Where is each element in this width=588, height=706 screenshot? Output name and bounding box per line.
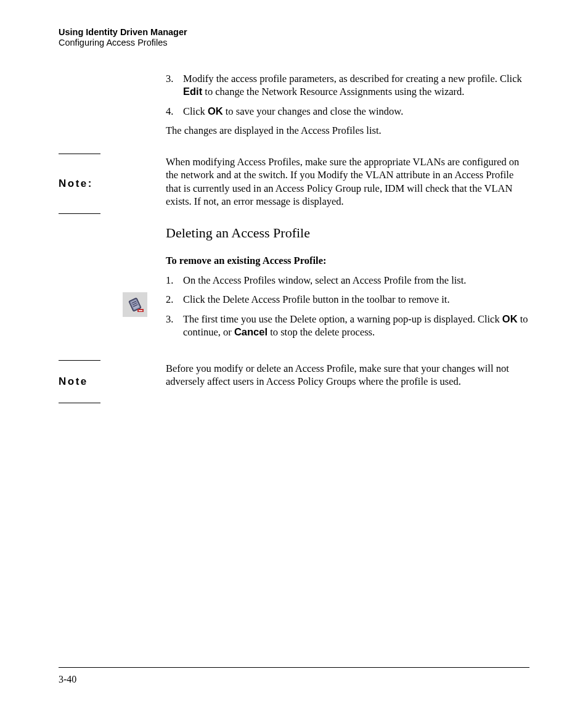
note-block-1: Note: When modifying Access Profiles, ma…: [59, 154, 529, 214]
step-num: 3.: [166, 72, 173, 85]
note-body: Before you modify or delete an Access Pr…: [166, 360, 529, 388]
step-3: 3. Modify the access profile parameters,…: [166, 72, 529, 99]
delete-step-2: 2. Click the Delete Access Profile butto…: [166, 293, 529, 306]
footer-rule: [59, 667, 529, 668]
step-text-bold: Edit: [183, 86, 202, 97]
step-num: 1.: [166, 274, 173, 287]
section-title: Deleting an Access Profile: [166, 225, 529, 241]
step-4: 4. Click OK to save your changes and clo…: [166, 105, 529, 118]
note-body: When modifying Access Profiles, make sur…: [166, 154, 529, 208]
step-text-post: to save your changes and close the windo…: [223, 105, 404, 117]
step-num: 2.: [166, 293, 173, 306]
step-text-post: to stop the delete process.: [267, 326, 375, 338]
step-num: 4.: [166, 105, 173, 118]
step-text-bold2: Cancel: [234, 326, 267, 337]
step-text: On the Access Profiles window, select an…: [183, 274, 466, 286]
step-text-pre: The first time you use the Delete option…: [183, 313, 502, 325]
step-text-bold1: OK: [502, 313, 518, 324]
delete-step-1: 1. On the Access Profiles window, select…: [166, 274, 529, 287]
note-label: Note: [59, 360, 100, 403]
note-label: Note:: [59, 154, 100, 214]
header-chapter: Using Identity Driven Manager: [59, 27, 529, 37]
page-number: 3-40: [59, 674, 76, 685]
step-text-pre: Modify the access profile parameters, as…: [183, 73, 522, 84]
delete-step-3: 3. The first time you use the Delete opt…: [166, 313, 529, 339]
step-text-post: to change the Network Resource Assignmen…: [202, 86, 464, 97]
step-text-bold: OK: [208, 105, 223, 117]
lead-line: To remove an existing Access Profile:: [166, 255, 529, 267]
step-text: Click the Delete Access Profile button i…: [183, 293, 450, 305]
step-text-pre: Click: [183, 105, 208, 117]
svg-rect-6: [139, 310, 142, 311]
result-paragraph: The changes are displayed in the Access …: [166, 124, 529, 137]
delete-profile-icon: [123, 292, 147, 317]
header-section: Configuring Access Profiles: [59, 38, 529, 47]
step-num: 3.: [166, 313, 173, 326]
note-block-2: Note Before you modify or delete an Acce…: [59, 360, 529, 403]
